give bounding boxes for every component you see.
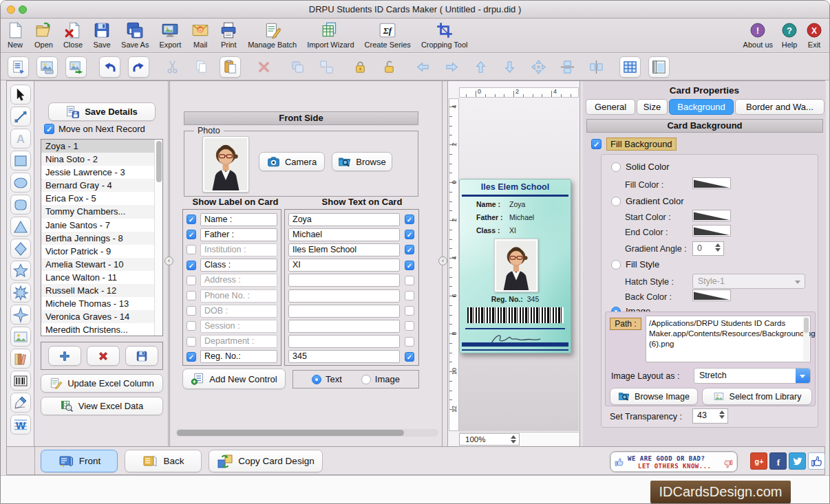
fill-color-swatch[interactable] — [692, 177, 731, 189]
redo-button[interactable] — [128, 56, 149, 78]
rectangle-tool[interactable] — [10, 151, 31, 171]
triangle-tool[interactable] — [10, 217, 31, 237]
list-item[interactable]: Michele Thomas - 13 — [41, 297, 154, 310]
toolbar-new-button[interactable]: New — [6, 21, 24, 49]
fill-style-radio-button[interactable] — [611, 260, 621, 270]
image-layout-dropdown[interactable]: Stretch — [694, 368, 811, 384]
toolbar-about-us-button[interactable]: !About us — [743, 21, 773, 49]
list-item[interactable]: Victor Patrick - 9 — [41, 245, 154, 258]
gradient-angle-stepper[interactable] — [714, 243, 721, 252]
move-right-button[interactable] — [441, 56, 462, 78]
toolbar-help-button[interactable]: ?Help — [781, 21, 798, 49]
view-excel-data-button[interactable]: View Excel Data — [41, 397, 163, 415]
back-color-swatch[interactable] — [692, 289, 731, 301]
show-ruler-button[interactable] — [648, 56, 670, 78]
zoom-control[interactable]: 100% — [459, 433, 520, 446]
list-item[interactable]: Erica Fox - 5 — [41, 192, 154, 205]
list-item[interactable]: Janie Santos - 7 — [41, 219, 154, 232]
unlock-button[interactable] — [379, 56, 400, 78]
value-checkbox[interactable] — [405, 245, 414, 254]
text-tool[interactable]: A — [10, 129, 31, 149]
library-tool[interactable] — [10, 349, 31, 369]
horizontal-scrollbar[interactable] — [175, 429, 438, 437]
tab-background[interactable]: Background — [669, 99, 734, 115]
hatch-style-dropdown[interactable]: Style-1 — [692, 274, 805, 289]
solid-color-radio-button[interactable] — [611, 162, 621, 172]
collapse-left-pane-button[interactable]: ‹ — [164, 256, 173, 265]
transparency-input[interactable]: 43 — [692, 408, 728, 424]
camera-button[interactable]: Camera — [259, 152, 325, 171]
scrollbar-thumb[interactable] — [156, 141, 162, 182]
tab-size[interactable]: Size — [637, 99, 668, 115]
list-item[interactable]: Veronica Graves - 14 — [41, 310, 154, 323]
image-radio[interactable]: Image — [361, 374, 400, 384]
toolbar-manage-batch-button[interactable]: Manage Batch — [248, 21, 297, 49]
label-input[interactable]: Department : — [200, 335, 277, 348]
copy-card-design-button[interactable]: Copy Card Design — [209, 450, 323, 472]
gradient-angle-input[interactable]: 0 — [692, 241, 724, 256]
paste-button[interactable] — [220, 56, 241, 78]
list-item[interactable]: Zoya - 1 — [41, 140, 154, 153]
value-checkbox[interactable] — [405, 337, 414, 347]
lock-button[interactable] — [350, 56, 371, 78]
toolbar-export-button[interactable]: Export — [159, 21, 181, 49]
back-side-button[interactable]: Back — [125, 450, 202, 472]
toolbar-create-series-button[interactable]: ΣfCreate Series — [365, 21, 411, 49]
label-input[interactable]: Class : — [200, 259, 277, 272]
move-down-button[interactable] — [499, 56, 520, 78]
toolbar-cropping-tool-button[interactable]: Cropping Tool — [421, 21, 468, 49]
export-image-button[interactable] — [65, 56, 87, 78]
list-item[interactable]: Nina Soto - 2 — [41, 153, 154, 166]
label-input[interactable]: Institution : — [200, 243, 277, 256]
text-radio-button[interactable] — [312, 375, 321, 384]
select-tool[interactable] — [10, 85, 31, 105]
text-properties-button[interactable] — [8, 56, 29, 78]
start-color-swatch[interactable] — [692, 210, 731, 221]
toolbar-print-button[interactable]: Print — [220, 21, 237, 49]
move-on-next-record-checkbox[interactable] — [44, 124, 54, 134]
list-item[interactable]: Lance Walton - 11 — [41, 271, 154, 284]
align-horizontal-button[interactable] — [586, 56, 607, 78]
label-input[interactable]: Address : — [200, 274, 277, 287]
toolbar-mail-button[interactable]: @Mail — [191, 21, 209, 49]
collapse-middle-pane-button[interactable]: ‹ — [438, 256, 447, 265]
center-button[interactable] — [528, 56, 549, 78]
label-checkbox[interactable] — [187, 245, 196, 254]
student-photo[interactable] — [202, 136, 249, 193]
twitter-link[interactable] — [789, 452, 806, 470]
rounded-rectangle-tool[interactable] — [10, 195, 31, 215]
label-checkbox[interactable] — [187, 261, 196, 270]
label-checkbox[interactable] — [187, 291, 196, 300]
picture-tool[interactable] — [10, 327, 31, 347]
value-checkbox[interactable] — [405, 261, 414, 270]
undo-button[interactable] — [99, 56, 120, 78]
label-input[interactable]: DOB : — [200, 305, 277, 318]
value-input[interactable]: Michael — [288, 228, 400, 241]
value-input[interactable]: Zoya — [288, 213, 400, 226]
update-excel-column-button[interactable]: Update Excel Column — [41, 374, 163, 393]
label-input[interactable]: Phone No. : — [200, 289, 277, 303]
design-canvas[interactable]: Iles Elem School Name :Zoya Father :Mich… — [459, 98, 579, 431]
value-checkbox[interactable] — [405, 291, 414, 300]
list-item[interactable]: Amelia Stewart - 10 — [41, 258, 154, 271]
value-checkbox[interactable] — [405, 321, 414, 331]
path-scrollbar[interactable] — [803, 317, 809, 361]
gradient-color-radio-button[interactable] — [611, 197, 621, 206]
scrollbar-thumb[interactable] — [177, 430, 404, 436]
label-input[interactable]: Name : — [200, 213, 277, 226]
value-input[interactable]: XI — [288, 259, 400, 272]
label-input[interactable]: Session : — [200, 320, 277, 333]
add-new-control-button[interactable]: Add New Control — [182, 369, 286, 389]
label-input[interactable]: Reg. No.: — [200, 350, 277, 363]
value-input[interactable] — [288, 305, 400, 318]
browse-image-button[interactable]: Browse Image — [610, 388, 698, 405]
value-input[interactable]: Iles Elem School — [288, 243, 400, 256]
tab-general[interactable]: General — [586, 99, 635, 115]
signature-tool[interactable] — [10, 393, 31, 413]
label-checkbox[interactable] — [187, 352, 196, 362]
solid-color-radio[interactable]: Solid Color — [611, 162, 670, 172]
toolbar-open-button[interactable]: Open — [34, 21, 53, 49]
align-vertical-button[interactable] — [557, 56, 578, 78]
diamond-tool[interactable] — [10, 239, 31, 259]
label-checkbox[interactable] — [187, 306, 196, 316]
